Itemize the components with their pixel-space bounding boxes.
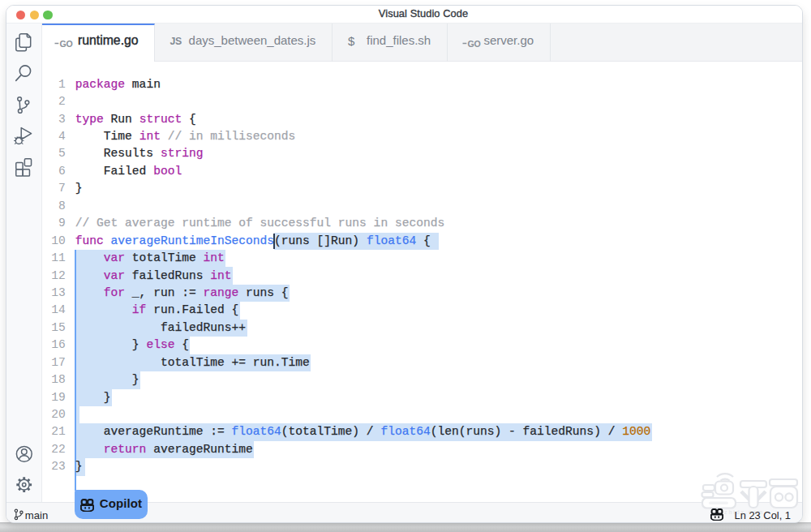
svg-text:GO: GO	[467, 39, 480, 49]
svg-text:GO: GO	[59, 38, 72, 48]
